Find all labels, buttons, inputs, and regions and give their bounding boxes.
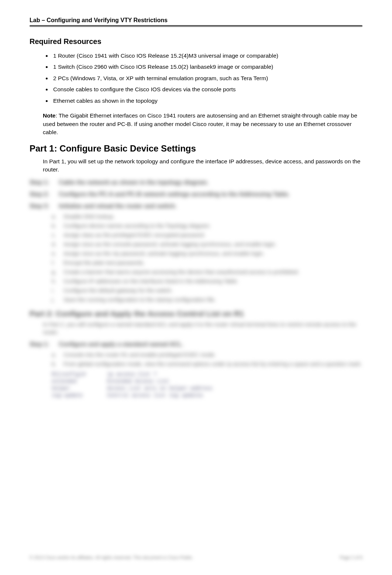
- blurred-content: Step 1: Cable the network as shown in th…: [30, 179, 362, 398]
- sub-item: i.Configure the default gateway for the …: [52, 287, 362, 293]
- step-row: Step 3: Initialize and reload the router…: [30, 203, 362, 210]
- step-text: Cable the network as shown in the topolo…: [59, 179, 208, 186]
- sub-item: c.Assign class as the privileged EXEC en…: [52, 232, 362, 238]
- sub-letter: h.: [52, 278, 57, 284]
- step-row: Step 1: Cable the network as shown in th…: [30, 179, 362, 186]
- note-label: Note: [43, 112, 55, 119]
- sub-item: g.Create a banner that warns anyone acce…: [52, 269, 362, 275]
- sub-item: b.From global configuration mode, view t…: [52, 361, 362, 367]
- page-container: Lab – Configuring and Verifying VTY Rest…: [0, 0, 392, 575]
- sub-text: Configure the default gateway for the sw…: [63, 287, 173, 293]
- list-item: Console cables to configure the Cisco IO…: [52, 84, 362, 95]
- sub-letter: g.: [52, 269, 57, 275]
- page-footer: © 2013 Cisco and/or its affiliates. All …: [30, 555, 362, 560]
- sub-letter: d.: [52, 241, 57, 247]
- sub-text: Console into the router R1 and enable pr…: [63, 351, 216, 358]
- step-label: Step 1:: [30, 341, 49, 348]
- cli-text: Access List acts on helper-address: [107, 385, 213, 391]
- footer-right: Page 2 of 6: [340, 555, 362, 560]
- cli-prompt: log-update: [52, 392, 92, 398]
- cli-row: log-updateControl access list log update…: [52, 392, 362, 398]
- sub-letter: f.: [52, 259, 57, 266]
- sub-text: Assign cisco as the vty password, activa…: [63, 250, 264, 256]
- step-text: Initialize and reload the router and swi…: [59, 203, 176, 210]
- cli-row: helperAccess List acts on helper-address: [52, 385, 362, 391]
- cli-row: R1(config)#ip access-list ?: [52, 371, 362, 377]
- cli-text: ip access-list ?: [107, 371, 157, 377]
- header-divider: [30, 25, 362, 27]
- cli-block: R1(config)#ip access-list ? extendedExte…: [52, 371, 362, 398]
- sub-item: a.Console into the router R1 and enable …: [52, 351, 362, 358]
- sub-list: a.Console into the router R1 and enable …: [52, 351, 362, 367]
- list-item: Ethernet cables as shown in the topology: [52, 95, 362, 106]
- sub-letter: i.: [52, 287, 57, 293]
- sub-text: Save the running configuration to the st…: [63, 296, 216, 303]
- note-paragraph: Note: The Gigabit Ethernet interfaces on…: [43, 112, 362, 136]
- list-item: 1 Switch (Cisco 2960 with Cisco IOS Rele…: [52, 61, 362, 72]
- required-resources-heading: Required Resources: [30, 37, 362, 46]
- sub-item: f.Encrypt the plain text passwords.: [52, 259, 362, 266]
- step-text: Configure and apply a standard named ACL…: [59, 341, 183, 348]
- sub-text: Disable DNS lookup.: [63, 213, 114, 220]
- sub-text: Configure device names according to the …: [63, 222, 211, 229]
- sub-text: From global configuration mode, view the…: [63, 361, 362, 367]
- sub-text: Assign cisco as the console password, ac…: [63, 241, 276, 247]
- footer-left: © 2013 Cisco and/or its affiliates. All …: [30, 555, 193, 560]
- cli-prompt: R1(config)#: [52, 371, 92, 377]
- cli-row: extendedExtended Access List: [52, 378, 362, 384]
- part2-body: In Part 2, you will configure a named st…: [43, 320, 362, 336]
- step-label: Step 2:: [30, 191, 49, 198]
- step-label: Step 3:: [30, 203, 49, 210]
- part1-heading: Part 1: Configure Basic Device Settings: [30, 143, 362, 154]
- part2-heading: Part 2: Configure and Apply the Access C…: [30, 309, 362, 318]
- sub-list: a.Disable DNS lookup. b.Configure device…: [52, 213, 362, 303]
- cli-text: Extended Access List: [107, 378, 169, 384]
- sub-text: Create a banner that warns anyone access…: [63, 269, 299, 275]
- part1-body: In Part 1, you will set up the network t…: [43, 157, 362, 174]
- cli-prompt: helper: [52, 385, 92, 391]
- sub-item: a.Disable DNS lookup.: [52, 213, 362, 220]
- sub-item: j.Save the running configuration to the …: [52, 296, 362, 303]
- sub-letter: e.: [52, 250, 57, 256]
- sub-item: e.Assign cisco as the vty password, acti…: [52, 250, 362, 256]
- sub-letter: j.: [52, 296, 57, 303]
- resources-list: 1 Router (Cisco 1941 with Cisco IOS Rele…: [52, 50, 362, 106]
- running-header: Lab – Configuring and Verifying VTY Rest…: [30, 17, 362, 24]
- sub-letter: a.: [52, 213, 57, 220]
- list-item: 2 PCs (Windows 7, Vista, or XP with term…: [52, 73, 362, 84]
- sub-letter: c.: [52, 232, 57, 238]
- list-item: 1 Router (Cisco 1941 with Cisco IOS Rele…: [52, 50, 362, 61]
- note-body: : The Gigabit Ethernet interfaces on Cis…: [43, 112, 357, 135]
- sub-letter: b.: [52, 361, 57, 367]
- sub-item: h.Configure IP addresses on the interfac…: [52, 278, 362, 284]
- cli-text: Control access list log updates: [107, 392, 203, 398]
- sub-letter: b.: [52, 222, 57, 229]
- sub-text: Encrypt the plain text passwords.: [63, 259, 145, 266]
- sub-item: b.Configure device names according to th…: [52, 222, 362, 229]
- sub-text: Assign class as the privileged EXEC encr…: [63, 232, 205, 238]
- step-row: Step 1: Configure and apply a standard n…: [30, 341, 362, 348]
- step-row: Step 2: Configure the PC-A and PC-B netw…: [30, 191, 362, 198]
- step-text: Configure the PC-A and PC-B network sett…: [59, 191, 289, 198]
- sub-text: Configure IP addresses on the interfaces…: [63, 278, 238, 284]
- sub-item: d.Assign cisco as the console password, …: [52, 241, 362, 247]
- sub-letter: a.: [52, 351, 57, 358]
- step-label: Step 1:: [30, 179, 49, 186]
- cli-prompt: extended: [52, 378, 92, 384]
